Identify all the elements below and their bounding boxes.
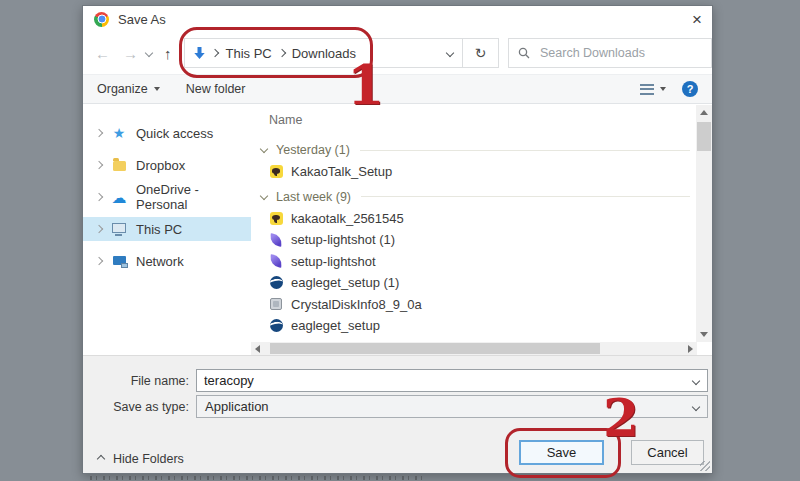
group-divider — [360, 150, 690, 151]
cloud-icon: ☁ — [112, 190, 127, 205]
sidebar-item-label: This PC — [136, 222, 182, 237]
history-dropdown-icon[interactable] — [145, 49, 153, 57]
chevron-down-icon — [154, 87, 160, 91]
file-row[interactable]: kakaotalk_2561545 — [269, 208, 696, 230]
window-title: Save As — [118, 12, 166, 27]
eagleget-icon — [270, 276, 283, 289]
save-as-type-value: Application — [205, 399, 269, 414]
chevron-right-icon[interactable] — [95, 225, 103, 233]
back-button[interactable]: ← — [95, 46, 110, 61]
scroll-down-icon[interactable] — [700, 332, 708, 337]
sidebar-item-label: Quick access — [136, 126, 213, 141]
hide-folders-label: Hide Folders — [113, 452, 184, 466]
up-button[interactable]: ↑ — [164, 46, 172, 61]
file-name: eagleget_setup — [291, 318, 380, 333]
lightshot-icon — [269, 233, 283, 247]
chevron-up-icon — [97, 455, 105, 463]
scroll-left-icon[interactable] — [255, 345, 260, 353]
title-bar: Save As × — [83, 6, 712, 32]
group-label: Yesterday (1) — [276, 143, 350, 157]
organize-label: Organize — [97, 82, 148, 96]
forward-button[interactable]: → — [123, 46, 138, 61]
file-name-label: File name: — [83, 374, 189, 388]
file-name: setup-lightshot — [291, 254, 376, 269]
group-divider — [361, 196, 690, 197]
refresh-button[interactable]: ↻ — [463, 38, 499, 68]
navigation-pane: ★ Quick access Dropbox ☁ OneDrive - Pers… — [83, 105, 251, 342]
lightshot-icon — [269, 254, 283, 268]
save-as-type-label: Save as type: — [83, 400, 189, 414]
scrollbar-thumb[interactable] — [270, 343, 600, 354]
sidebar-item-quick-access[interactable]: ★ Quick access — [83, 121, 251, 145]
help-button[interactable]: ? — [682, 81, 698, 97]
file-name: kakaotalk_2561545 — [291, 211, 404, 226]
address-dropdown-icon[interactable] — [446, 49, 454, 57]
chevron-down-icon[interactable] — [692, 403, 700, 411]
sidebar-item-this-pc[interactable]: This PC — [83, 217, 251, 241]
file-name-input[interactable] — [197, 373, 707, 388]
kakaotalk-icon — [270, 165, 283, 178]
file-name: KakaoTalk_Setup — [291, 164, 392, 179]
view-options-group — [640, 84, 666, 95]
sidebar-item-label: Network — [136, 254, 184, 269]
annotation-step-2: 2 — [603, 392, 639, 444]
group-header-last-week[interactable]: Last week (9) — [259, 186, 696, 208]
search-box[interactable] — [508, 38, 712, 68]
command-toolbar: Organize New folder ? — [83, 74, 712, 104]
chevron-right-icon[interactable] — [95, 193, 103, 201]
list-view-icon[interactable] — [640, 84, 654, 95]
sidebar-item-onedrive[interactable]: ☁ OneDrive - Personal — [83, 185, 251, 209]
chevron-right-icon[interactable] — [95, 129, 103, 137]
sidebar-item-network[interactable]: Network — [83, 249, 251, 273]
chevron-down-icon[interactable] — [260, 145, 268, 153]
kakaotalk-icon — [270, 212, 283, 225]
chevron-right-icon[interactable] — [95, 257, 103, 265]
vertical-scrollbar[interactable] — [696, 105, 712, 342]
view-dropdown-icon[interactable] — [660, 87, 666, 91]
resize-grip[interactable] — [700, 461, 710, 471]
scroll-right-icon[interactable] — [688, 345, 693, 353]
file-name: eagleget_setup (1) — [291, 275, 399, 290]
annotation-step-1: 1 — [347, 58, 385, 112]
clipped-text-remnant — [90, 476, 425, 480]
sidebar-item-dropbox[interactable]: Dropbox — [83, 153, 251, 177]
new-folder-button[interactable]: New folder — [186, 82, 246, 96]
file-row[interactable]: KakaoTalk_Setup — [269, 161, 696, 183]
pc-icon — [112, 223, 126, 233]
refresh-icon: ↻ — [475, 45, 487, 61]
network-icon — [113, 256, 126, 265]
hide-folders-button[interactable]: Hide Folders — [98, 452, 184, 466]
file-list: Name Yesterday (1) KakaoTalk_Setup Last … — [251, 105, 696, 342]
scroll-up-icon[interactable] — [700, 110, 708, 115]
search-icon — [518, 47, 530, 59]
content-area: ★ Quick access Dropbox ☁ OneDrive - Pers… — [83, 105, 712, 342]
sidebar-item-label: Dropbox — [136, 158, 185, 173]
screenshot-canvas: Save As × ← → ↑ This PC Downloads ↻ — [0, 0, 800, 481]
eagleget-icon — [270, 319, 283, 332]
cancel-button[interactable]: Cancel — [631, 440, 704, 465]
folder-icon — [113, 161, 126, 171]
scrollbar-thumb[interactable] — [697, 122, 711, 151]
file-row[interactable]: CrystalDiskInfo8_9_0a — [269, 294, 696, 316]
chevron-right-icon[interactable] — [95, 161, 103, 169]
close-icon[interactable]: × — [692, 11, 702, 28]
file-row[interactable]: eagleget_setup (1) — [269, 272, 696, 294]
file-row[interactable]: setup-lightshot — [269, 251, 696, 273]
file-name: CrystalDiskInfo8_9_0a — [291, 297, 422, 312]
file-row[interactable]: setup-lightshot (1) — [269, 229, 696, 251]
chrome-logo-icon — [94, 12, 109, 27]
organize-button[interactable]: Organize — [97, 82, 160, 96]
crystaldisk-icon — [270, 298, 282, 310]
annotation-circle-breadcrumb — [179, 27, 373, 78]
group-header-yesterday[interactable]: Yesterday (1) — [259, 139, 696, 161]
sidebar-item-label: OneDrive - Personal — [136, 182, 251, 212]
group-label: Last week (9) — [276, 190, 351, 204]
horizontal-scrollbar[interactable] — [251, 342, 697, 355]
help-icon: ? — [687, 83, 694, 95]
column-header-name[interactable]: Name — [269, 113, 696, 127]
chevron-down-icon[interactable] — [260, 191, 268, 199]
star-icon: ★ — [113, 126, 126, 140]
navigation-bar: ← → ↑ This PC Downloads ↻ — [83, 32, 712, 74]
file-row[interactable]: eagleget_setup — [269, 315, 696, 337]
search-input[interactable] — [538, 45, 702, 61]
